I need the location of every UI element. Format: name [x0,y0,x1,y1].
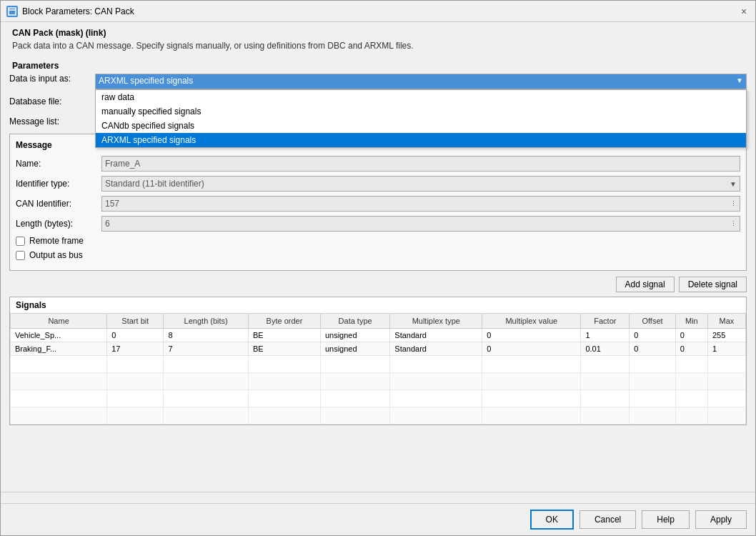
output-as-bus-checkbox[interactable] [16,251,25,260]
empty-cell [11,373,107,390]
cell-byte_order: BE [248,342,320,356]
col-start-bit: Start bit [107,314,164,329]
col-max: Max [707,314,745,329]
dialog-description: Pack data into a CAN message. Specify si… [1,41,755,56]
empty-cell [707,373,745,390]
dropdown-item-manual[interactable]: manually specified signals [96,104,746,119]
signals-table: Name Start bit Length (bits) Byte order … [10,313,746,425]
remote-frame-row: Remote frame [16,236,740,246]
can-identifier-label: CAN Identifier: [16,199,101,209]
window-icon [6,6,18,17]
col-name: Name [11,314,107,329]
identifier-type-chevron: ▼ [730,180,737,188]
can-identifier-value: 157 [105,199,119,209]
data-input-menu: raw data manually specified signals CANd… [95,89,747,148]
empty-cell [707,407,745,425]
col-data-type: Data type [320,314,389,329]
empty-cell [248,390,320,407]
cell-max: 255 [707,329,745,342]
empty-cell [482,373,581,390]
length-expand[interactable]: ⋮ [730,220,737,227]
identifier-type-field: Standard (11-bit identifier) ▼ [101,176,740,192]
message-name-label: Name: [16,159,101,169]
col-multiplex-type: Multiplex type [390,314,482,329]
empty-table-row [11,356,746,373]
cell-multiplex_type: Standard [390,342,482,356]
empty-cell [164,356,249,373]
empty-cell [248,373,320,390]
empty-cell [11,390,107,407]
can-identifier-field: 157 ⋮ [101,196,740,212]
remote-frame-checkbox[interactable] [16,237,25,246]
empty-cell [320,356,389,373]
empty-cell [107,390,164,407]
empty-cell [675,407,707,425]
message-group: Message Name: Identifier type: Standard … [9,134,747,271]
table-row[interactable]: Vehicle_Sp...08BEunsignedStandard0100255 [11,329,746,342]
cancel-button[interactable]: Cancel [580,510,636,529]
cell-name: Braking_F... [11,342,107,356]
delete-signal-button[interactable]: Delete signal [679,277,747,292]
signals-table-container: Signals Name Start bit Length (bits) Byt… [9,297,747,425]
data-input-selected[interactable]: ARXML specified signals [95,74,747,89]
dropdown-item-raw[interactable]: raw data [96,90,746,104]
empty-cell [320,373,389,390]
empty-cell [581,373,630,390]
length-label: Length (bytes): [16,219,101,229]
empty-cell [107,356,164,373]
ok-button[interactable]: OK [530,510,574,530]
data-input-dropdown[interactable]: ARXML specified signals raw data manuall… [95,74,747,89]
svg-rect-0 [9,8,16,15]
identifier-type-label: Identifier type: [16,179,101,189]
empty-cell [630,356,675,373]
cell-min: 0 [675,342,707,356]
empty-table-row [11,407,746,425]
empty-cell [320,407,389,425]
cell-name: Vehicle_Sp... [11,329,107,342]
cell-offset: 0 [630,342,675,356]
cell-min: 0 [675,329,707,342]
empty-cell [11,407,107,425]
empty-cell [248,407,320,425]
close-button[interactable]: × [738,6,750,17]
empty-cell [630,407,675,425]
cell-length_bits: 8 [164,329,249,342]
empty-cell [630,373,675,390]
message-name-input[interactable] [101,156,740,172]
empty-table-row [11,373,746,390]
cell-length_bits: 7 [164,342,249,356]
output-as-bus-label: Output as bus [29,250,83,260]
dropdown-item-arxml[interactable]: ARXML specified signals [96,133,746,147]
dropdown-item-candb[interactable]: CANdb specified signals [96,119,746,133]
col-multiplex-value: Multiplex value [482,314,581,329]
cell-max: 1 [707,342,745,356]
titlebar: Block Parameters: CAN Pack × [1,1,755,22]
message-list-label: Message list: [9,116,95,126]
empty-cell [707,356,745,373]
empty-cell [482,356,581,373]
identifier-type-row: Identifier type: Standard (11-bit identi… [16,176,740,192]
empty-cell [581,407,630,425]
main-window: Block Parameters: CAN Pack × CAN Pack (m… [0,0,756,536]
can-identifier-expand[interactable]: ⋮ [730,200,737,207]
window-title: Block Parameters: CAN Pack [22,6,134,16]
output-as-bus-row: Output as bus [16,250,740,260]
add-signal-button[interactable]: Add signal [616,277,675,292]
data-input-row: Data is input as: ARXML specified signal… [9,74,747,89]
apply-button[interactable]: Apply [695,510,747,529]
cell-factor: 0.01 [581,342,630,356]
horizontal-scrollbar[interactable] [1,492,755,503]
length-field: 6 ⋮ [101,216,740,232]
empty-cell [675,373,707,390]
parameters-label: Parameters [1,56,755,74]
help-button[interactable]: Help [642,510,690,529]
col-offset: Offset [630,314,675,329]
message-name-row: Name: [16,156,740,172]
dialog-content: CAN Pack (mask) (link) Pack data into a … [1,22,755,535]
database-file-label: Database file: [9,96,95,106]
signals-header: Add signal Delete signal [9,277,747,292]
table-row[interactable]: Braking_F...177BEunsignedStandard00.0100… [11,342,746,356]
empty-cell [107,407,164,425]
dialog-subtitle: CAN Pack (mask) (link) [1,22,755,41]
signals-group-label: Signals [10,297,746,313]
